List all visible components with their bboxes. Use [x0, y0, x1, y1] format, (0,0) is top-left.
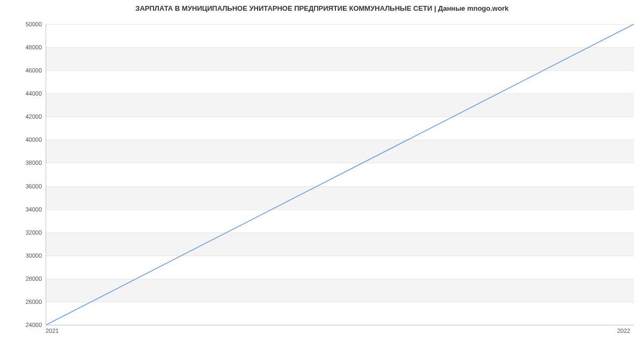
y-tick-label: 34000 — [25, 206, 42, 213]
chart-title: ЗАРПЛАТА В МУНИЦИПАЛЬНОЕ УНИТАРНОЕ ПРЕДП… — [0, 4, 644, 12]
y-tick-label: 42000 — [25, 113, 42, 120]
y-tick-label: 26000 — [25, 299, 42, 305]
x-tick-label: 2022 — [617, 328, 630, 334]
y-tick-label: 32000 — [25, 229, 42, 236]
y-tick-label: 36000 — [25, 183, 42, 190]
y-tick-label: 50000 — [25, 21, 42, 27]
y-tick-label: 38000 — [25, 159, 42, 166]
y-tick-label: 48000 — [25, 44, 42, 50]
y-tick-label: 28000 — [25, 275, 42, 282]
line-chart: ЗАРПЛАТА В МУНИЦИПАЛЬНОЕ УНИТАРНОЕ ПРЕДП… — [0, 0, 644, 349]
y-tick-label: 24000 — [25, 322, 42, 328]
y-tick-label: 40000 — [25, 136, 42, 143]
plot-area — [46, 24, 634, 325]
y-tick-label: 30000 — [25, 252, 42, 259]
series-line — [46, 24, 634, 325]
x-tick-label: 2021 — [46, 328, 58, 334]
y-tick-label: 44000 — [25, 90, 42, 97]
data-line — [46, 24, 634, 325]
y-tick-label: 46000 — [25, 67, 42, 74]
